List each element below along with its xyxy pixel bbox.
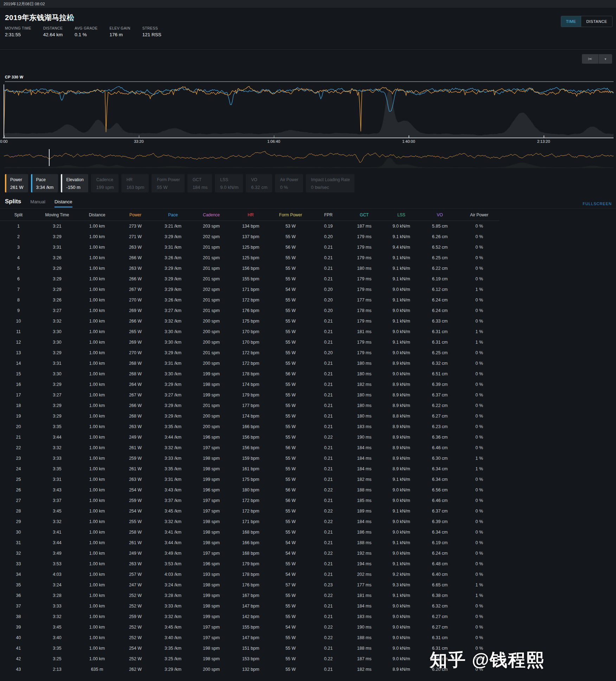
metric-toggle[interactable]: Form Power 55 W [152,174,184,192]
cell-pace: 3:29 /km [154,379,192,390]
metric-toggle[interactable]: Cadence 199 spm [91,174,118,192]
table-row[interactable]: 33 3:53 1.00 km 263 W 3:53 /km 196 spm 1… [0,559,499,569]
cell-vo: 6.25 cm [421,348,459,358]
metric-toggle[interactable]: Power 261 W [5,174,28,192]
table-row[interactable]: 17 3:27 1.00 km 267 W 3:27 /km 199 spm 1… [0,390,499,400]
cell-power: 263 W [117,474,154,485]
cell-form-power: 55 W [271,263,310,274]
fullscreen-link[interactable]: FULLSCREEN [583,202,612,206]
table-row[interactable]: 11 3:30 1.00 km 265 W 3:30 /km 200 spm 1… [0,326,499,337]
table-row[interactable]: 8 3:26 1.00 km 270 W 3:26 /km 201 spm 17… [0,295,499,305]
metric-toggle[interactable]: Elevation -150 m [61,174,88,192]
cell-power: 263 W [117,421,154,432]
scrubber-handle[interactable] [49,149,50,166]
table-row[interactable]: 37 3:33 1.00 km 252 W 3:33 /km 198 spm 1… [0,601,499,611]
table-row[interactable]: 34 4:03 1.00 km 257 W 4:03 /km 193 spm 1… [0,569,499,580]
table-row[interactable]: 2 3:29 1.00 km 271 W 3:29 /km 202 spm 13… [0,231,499,242]
table-row[interactable]: 39 3:45 1.00 km 252 W 3:45 /km 197 spm 1… [0,622,499,632]
table-row[interactable]: 27 3:37 1.00 km 259 W 3:37 /km 197 spm 1… [0,495,499,506]
cell-split: 2 [0,231,37,242]
metric-value: 199 spm [96,185,114,190]
main-chart[interactable] [0,82,616,138]
column-header[interactable]: Air Power [459,210,499,221]
table-row[interactable]: 24 3:35 1.00 km 261 W 3:35 /km 198 spm 1… [0,464,499,474]
table-row[interactable]: 20 3:35 1.00 km 263 W 3:35 /km 200 spm 1… [0,421,499,432]
cell-moving-time: 3:31 [37,242,77,253]
table-row[interactable]: 13 3:29 1.00 km 270 W 3:29 /km 201 spm 1… [0,348,499,358]
metric-toggle[interactable]: Impact Loading Rate 0 bw/sec [306,174,355,192]
table-row[interactable]: 5 3:29 1.00 km 263 W 3:29 /km 201 spm 15… [0,263,499,274]
table-row[interactable]: 26 3:43 1.00 km 254 W 3:43 /km 196 spm 1… [0,485,499,495]
column-header[interactable]: Distance [77,210,117,221]
table-row[interactable]: 19 3:29 1.00 km 268 W 3:29 /km 200 spm 1… [0,411,499,421]
cell-gct: 184 ms [346,601,382,611]
table-row[interactable]: 9 3:27 1.00 km 269 W 3:27 /km 201 spm 17… [0,305,499,316]
column-header[interactable]: LSS [382,210,421,221]
table-row[interactable]: 23 3:33 1.00 km 259 W 3:33 /km 198 spm 1… [0,453,499,464]
table-row[interactable]: 41 3:35 1.00 km 254 W 3:35 /km 198 spm 1… [0,643,499,654]
table-row[interactable]: 7 3:29 1.00 km 267 W 3:29 /km 202 spm 17… [0,284,499,295]
cell-lss: 9.1 kN/m [382,337,421,348]
cell-gct: 188 ms [346,485,382,495]
table-row[interactable]: 1 3:21 1.00 km 273 W 3:21 /km 203 spm 13… [0,221,499,232]
table-row[interactable]: 35 3:24 1.00 km 247 W 3:24 /km 198 spm 1… [0,580,499,590]
table-row[interactable]: 38 3:32 1.00 km 259 W 3:32 /km 199 spm 1… [0,611,499,622]
metric-value: 184 ms [193,185,208,190]
metric-toggle[interactable]: Air Power 0 % [275,174,303,192]
metric-toggle[interactable]: LSS 9.0 kN/m [215,174,243,192]
metric-toggle[interactable]: HR 163 bpm [121,174,149,192]
table-row[interactable]: 22 3:32 1.00 km 261 W 3:32 /km 197 spm 1… [0,443,499,453]
table-row[interactable]: 28 3:45 1.00 km 254 W 3:45 /km 197 spm 1… [0,506,499,516]
crop-dropdown-caret-icon[interactable]: ▾ [598,54,612,64]
column-header[interactable]: Split [0,210,37,221]
table-row[interactable]: 18 3:29 1.00 km 266 W 3:29 /km 201 spm 1… [0,400,499,411]
tab-manual[interactable]: Manual [30,199,45,208]
table-row[interactable]: 36 3:28 1.00 km 252 W 3:28 /km 199 spm 1… [0,590,499,601]
table-row[interactable]: 21 3:44 1.00 km 249 W 3:44 /km 196 spm 1… [0,432,499,443]
stat-block: AVG GRADE 0.1 % [75,26,97,37]
table-row[interactable]: 14 3:31 1.00 km 268 W 3:31 /km 200 spm 1… [0,358,499,369]
metric-toggle[interactable]: VO 6.32 cm [246,174,272,192]
column-header[interactable]: Pace [154,210,192,221]
cell-vo: 6.48 cm [421,559,459,569]
table-row[interactable]: 42 3:25 1.00 km 252 W 3:25 /km 198 spm 1… [0,654,499,664]
metric-toggle[interactable]: GCT 184 ms [187,174,212,192]
table-row[interactable]: 25 3:31 1.00 km 263 W 3:31 /km 199 spm 1… [0,474,499,485]
cell-hr: 168 bpm [231,527,271,537]
column-header[interactable]: Moving Time [37,210,77,221]
scissors-icon[interactable]: ✂ [582,54,598,64]
column-header[interactable]: Cadence [192,210,231,221]
column-header[interactable]: GCT [346,210,382,221]
cell-hr: 167 bpm [231,590,271,601]
mini-chart[interactable] [0,147,616,168]
crop-split-button: ✂ ▾ [582,54,612,64]
table-row[interactable]: 43 2:13 635 m 262 W 3:29 /km 200 spm 132… [0,664,499,675]
metric-toggle[interactable]: Pace 3:34 /km [31,174,58,192]
table-row[interactable]: 10 3:32 1.00 km 266 W 3:32 /km 200 spm 1… [0,316,499,326]
table-row[interactable]: 4 3:26 1.00 km 266 W 3:26 /km 201 spm 12… [0,253,499,263]
table-row[interactable]: 32 3:49 1.00 km 249 W 3:49 /km 197 spm 1… [0,548,499,559]
tab-distance[interactable]: Distance [54,199,72,208]
cell-moving-time: 3:31 [37,358,77,369]
cell-pace: 3:53 /km [154,559,192,569]
table-row[interactable]: 12 3:30 1.00 km 269 W 3:30 /km 200 spm 1… [0,337,499,348]
table-row[interactable]: 30 3:41 1.00 km 258 W 3:41 /km 198 spm 1… [0,527,499,537]
table-row[interactable]: 15 3:30 1.00 km 268 W 3:30 /km 199 spm 1… [0,369,499,379]
edit-icon[interactable] [69,15,75,21]
table-row[interactable]: 3 3:31 1.00 km 263 W 3:31 /km 201 spm 12… [0,242,499,253]
cell-cadence: 199 spm [192,474,231,485]
distance-toggle-button[interactable]: DISTANCE [581,16,612,27]
table-row[interactable]: 31 3:44 1.00 km 261 W 3:44 /km 198 spm 1… [0,537,499,548]
table-row[interactable]: 29 3:32 1.00 km 255 W 3:32 /km 198 spm 1… [0,516,499,527]
column-header[interactable]: Form Power [271,210,310,221]
cell-lss: 9.1 kN/m [382,253,421,263]
time-toggle-button[interactable]: TIME [561,16,581,27]
table-row[interactable]: 40 3:40 1.00 km 252 W 3:40 /km 197 spm 1… [0,632,499,643]
column-header[interactable]: FPR [310,210,346,221]
cell-power: 254 W [117,485,154,495]
column-header[interactable]: VO [421,210,459,221]
column-header[interactable]: Power [117,210,154,221]
table-row[interactable]: 16 3:29 1.00 km 264 W 3:29 /km 198 spm 1… [0,379,499,390]
column-header[interactable]: HR [231,210,271,221]
table-row[interactable]: 6 3:29 1.00 km 266 W 3:29 /km 201 spm 15… [0,274,499,284]
